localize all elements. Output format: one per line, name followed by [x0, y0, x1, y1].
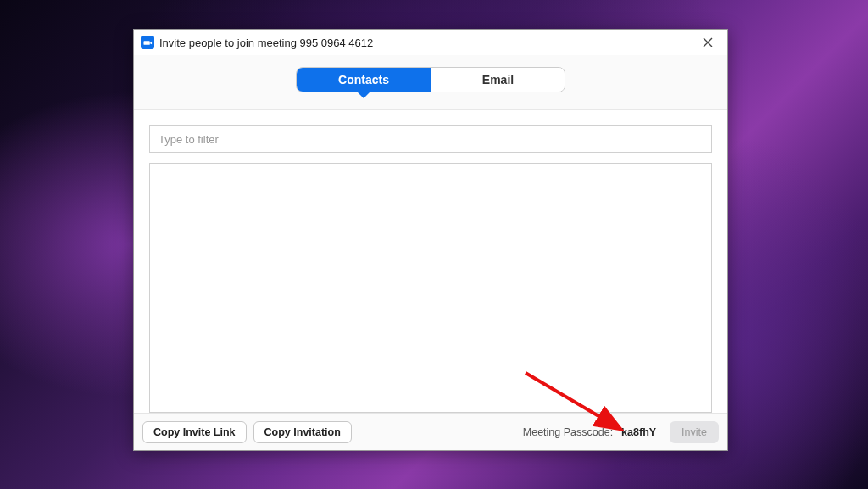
window-title: Invite people to join meeting 995 0964 4…: [159, 36, 695, 49]
tab-email-label: Email: [482, 73, 514, 86]
invite-button-label: Invite: [682, 426, 707, 438]
close-icon: [703, 37, 713, 47]
content-area: [134, 110, 727, 413]
tab-active-indicator-icon: [357, 92, 370, 98]
invite-dialog: Invite people to join meeting 995 0964 4…: [133, 29, 728, 451]
copy-invite-link-label: Copy Invite Link: [153, 426, 236, 438]
tab-email[interactable]: Email: [431, 68, 565, 92]
footer: Copy Invite Link Copy Invitation Meeting…: [134, 413, 727, 450]
copy-invitation-button[interactable]: Copy Invitation: [253, 421, 352, 443]
filter-input[interactable]: [149, 125, 712, 153]
zoom-app-icon: [141, 36, 154, 49]
passcode-label: Meeting Passcode:: [523, 426, 613, 438]
tab-contacts-label: Contacts: [338, 73, 389, 86]
titlebar: Invite people to join meeting 995 0964 4…: [134, 30, 727, 55]
tab-group: Contacts Email: [296, 67, 565, 92]
tab-section: Contacts Email: [134, 55, 727, 110]
copy-invite-link-button[interactable]: Copy Invite Link: [142, 421, 247, 443]
invite-button[interactable]: Invite: [670, 421, 719, 443]
passcode-value: ka8fhY: [621, 426, 656, 438]
close-button[interactable]: [695, 30, 721, 55]
contacts-list[interactable]: [149, 163, 712, 413]
tab-contacts[interactable]: Contacts: [297, 68, 431, 92]
copy-invitation-label: Copy Invitation: [264, 426, 341, 438]
